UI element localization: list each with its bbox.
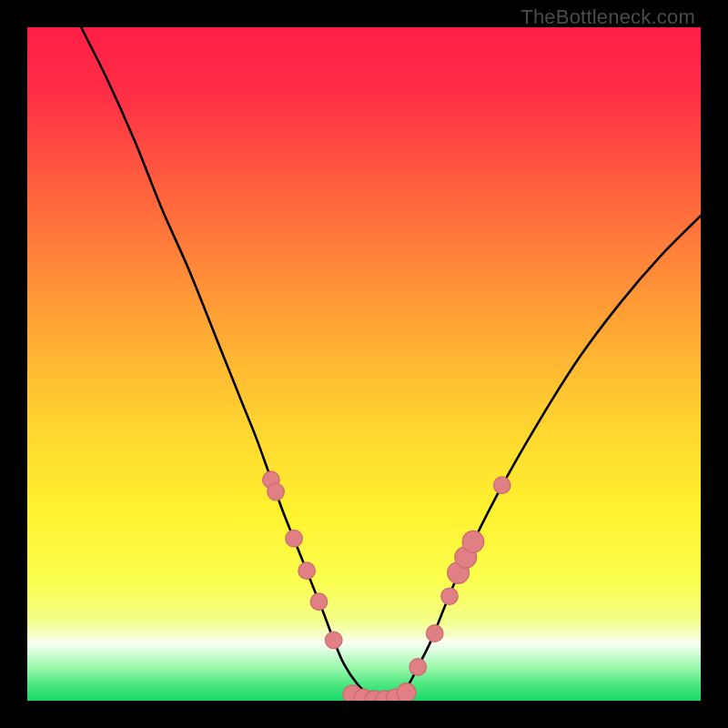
curve-marker-right-1: [426, 625, 443, 642]
curve-marker-right-2: [441, 588, 459, 605]
curve-marker-right-0: [410, 659, 427, 676]
curve-marker-left-1: [268, 483, 285, 500]
curve-marker-left-5: [325, 632, 342, 649]
curve-marker-bottom-5: [397, 683, 416, 701]
bottleneck-curve: [81, 27, 701, 701]
curve-markers: [263, 471, 511, 701]
curve-marker-left-4: [310, 593, 328, 611]
curve-layer: [27, 27, 701, 701]
curve-marker-left-3: [298, 562, 316, 580]
curve-marker-left-2: [286, 530, 303, 547]
chart-frame: TheBottleneck.com: [0, 0, 728, 728]
curve-marker-right-6: [493, 477, 511, 494]
plot-area: [27, 27, 701, 701]
curve-marker-right-5: [462, 531, 484, 553]
watermark-text: TheBottleneck.com: [521, 5, 695, 29]
